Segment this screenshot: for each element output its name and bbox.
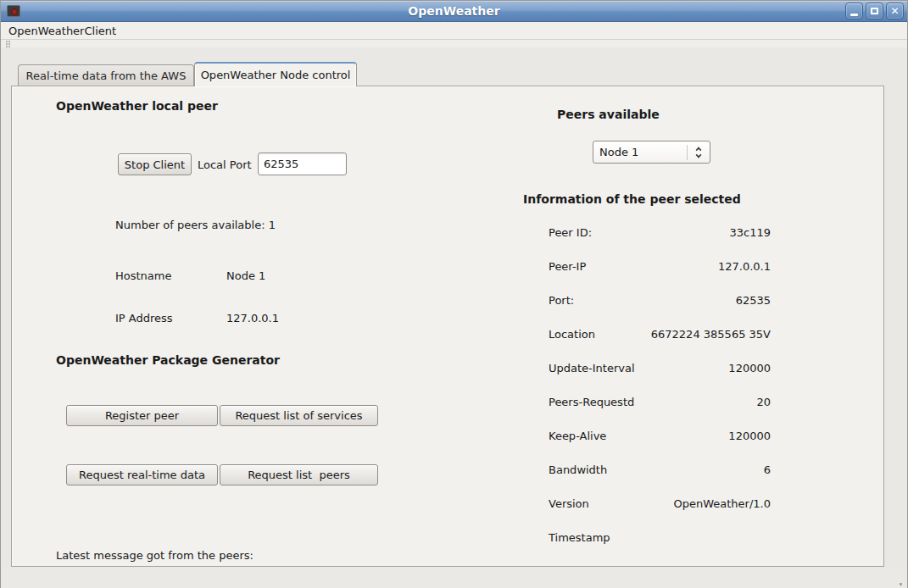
info-label: Version xyxy=(549,497,589,511)
menu-openweatherclient[interactable]: OpenWeatherClient xyxy=(1,22,124,39)
titlebar[interactable]: OpenWeather ✕ xyxy=(1,1,907,22)
info-value: 120000 xyxy=(606,430,771,443)
resize-grip[interactable] xyxy=(900,583,902,585)
request-services-button[interactable]: Request list of services xyxy=(220,405,378,426)
toolbar-strip xyxy=(1,40,907,47)
hostname-value: Node 1 xyxy=(226,269,265,282)
minimize-button[interactable] xyxy=(845,3,863,19)
combobox-arrows-icon xyxy=(688,147,710,158)
info-value: 33c119 xyxy=(592,226,771,240)
info-row-timestamp: Timestamp xyxy=(549,531,771,545)
info-label: Port: xyxy=(549,294,574,308)
package-generator-heading: OpenWeather Package Generator xyxy=(56,353,280,367)
info-value: 62535 xyxy=(574,294,771,308)
request-peers-button[interactable]: Request list peers xyxy=(220,464,378,485)
close-icon: ✕ xyxy=(890,6,899,16)
info-label: Peer ID: xyxy=(549,226,592,240)
info-value: 120000 xyxy=(635,362,771,375)
window-title: OpenWeather xyxy=(1,4,907,18)
info-row-peer-ip: Peer-IP 127.0.0.1 xyxy=(549,260,771,274)
latest-message-label: Latest message got from the peers: xyxy=(56,549,253,562)
info-label: Update-Interval xyxy=(549,362,635,375)
close-button[interactable]: ✕ xyxy=(886,3,904,19)
info-value: OpenWeather/1.0 xyxy=(589,497,771,511)
node-control-page: OpenWeather local peer Stop Client Local… xyxy=(11,86,884,567)
ip-address-value: 127.0.0.1 xyxy=(226,312,279,325)
info-label: Timestamp xyxy=(549,531,610,545)
local-port-input[interactable] xyxy=(258,153,347,175)
info-row-port: Port: 62535 xyxy=(549,294,771,308)
maximize-button[interactable] xyxy=(866,3,883,19)
info-row-update-interval: Update-Interval 120000 xyxy=(549,362,771,375)
app-window: OpenWeather ✕ OpenWeatherClient Real-tim… xyxy=(0,0,908,588)
register-peer-button[interactable]: Register peer xyxy=(66,405,218,426)
info-label: Keep-Alive xyxy=(549,430,606,443)
request-realtime-button[interactable]: Request real-time data xyxy=(66,464,218,485)
minimize-icon xyxy=(850,14,858,16)
info-row-peer-id: Peer ID: 33c119 xyxy=(549,226,771,240)
info-value: 6672224 385565 35V xyxy=(595,328,771,341)
info-label: Location xyxy=(549,328,595,341)
peer-info-heading: Information of the peer selected xyxy=(523,192,741,206)
stop-client-button[interactable]: Stop Client xyxy=(118,153,192,175)
peers-count-text: Number of peers available: 1 xyxy=(115,219,276,231)
info-value: 127.0.0.1 xyxy=(586,260,771,274)
info-value: 6 xyxy=(607,463,771,477)
toolbar-grip-icon[interactable] xyxy=(6,41,8,42)
info-row-peers-requested: Peers-Requestd 20 xyxy=(549,396,771,409)
tab-node-control[interactable]: OpenWeather Node control xyxy=(194,62,357,86)
info-row-location: Location 6672224 385565 35V xyxy=(549,328,771,341)
info-label: Peer-IP xyxy=(549,260,586,274)
peer-select-value: Node 1 xyxy=(593,146,687,158)
status-strip xyxy=(1,567,907,588)
info-row-version: Version OpenWeather/1.0 xyxy=(549,497,771,511)
info-row-keep-alive: Keep-Alive 120000 xyxy=(549,430,771,443)
peers-available-heading: Peers available xyxy=(557,108,660,121)
local-peer-heading: OpenWeather local peer xyxy=(56,99,218,113)
peer-select-combobox[interactable]: Node 1 xyxy=(593,141,710,164)
info-label: Peers-Requestd xyxy=(549,396,634,409)
local-port-label: Local Port xyxy=(198,158,252,171)
menubar: OpenWeatherClient xyxy=(1,22,907,40)
tab-realtime-aws[interactable]: Real-time data from the AWS xyxy=(18,64,194,86)
info-label: Bandwidth xyxy=(549,463,607,477)
maximize-icon xyxy=(871,8,878,14)
info-row-bandwidth: Bandwidth 6 xyxy=(549,463,771,477)
info-value: 20 xyxy=(634,396,771,409)
info-value xyxy=(610,531,771,545)
hostname-label: Hostname xyxy=(115,269,171,282)
ip-address-label: IP Address xyxy=(115,312,173,325)
